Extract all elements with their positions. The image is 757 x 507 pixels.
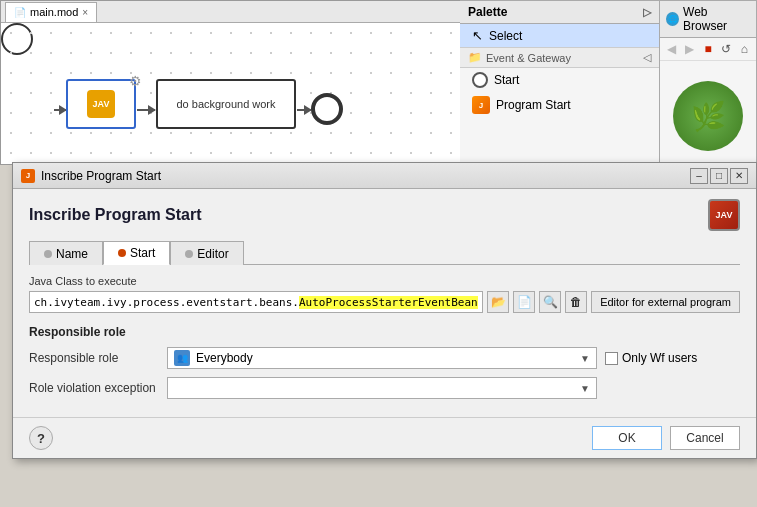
tab-close-btn[interactable]: × (82, 7, 88, 18)
responsible-role-dropdown[interactable]: 👥 Everybody ▼ (167, 347, 597, 369)
arrow-1 (54, 109, 66, 111)
wb-stop-btn[interactable]: ■ (700, 41, 715, 57)
section-collapse-icon: ◁ (643, 51, 651, 64)
dialog-title-text: Inscribe Program Start (41, 169, 161, 183)
palette-select-label: Select (489, 29, 522, 43)
wb-home-btn[interactable]: ⌂ (737, 41, 752, 57)
dialog-heading: Inscribe Program Start JAV (29, 199, 740, 231)
dialog-footer: ? OK Cancel (13, 417, 756, 458)
java-class-input[interactable]: ch.ivyteam.ivy.process.eventstart.beans.… (29, 291, 483, 313)
gear-icon: ⚙ (129, 73, 142, 89)
cancel-button[interactable]: Cancel (670, 426, 740, 450)
start-circle-icon (472, 72, 488, 88)
arrow-2 (137, 109, 155, 111)
cursor-icon: ↖ (472, 28, 483, 43)
help-button[interactable]: ? (29, 426, 53, 450)
everybody-icon: 👥 (174, 350, 190, 366)
only-wf-users-checkbox[interactable] (605, 352, 618, 365)
responsible-section-title: Responsible role (29, 325, 740, 339)
dialog-body: Inscribe Program Start JAV Name Start Ed… (13, 189, 756, 417)
dialog-title-left: J Inscribe Program Start (21, 169, 161, 183)
only-wf-label: Only Wf users (622, 351, 697, 365)
wb-refresh-btn[interactable]: ↺ (719, 41, 734, 57)
task-node[interactable]: JAV ⚙ (66, 79, 136, 129)
java-new-btn[interactable]: 📄 (513, 291, 535, 313)
palette-section-label: Event & Gateway (486, 52, 571, 64)
role-violation-dropdown-arrow: ▼ (580, 383, 590, 394)
tab-start-label: Start (130, 246, 155, 260)
role-violation-dropdown[interactable]: ▼ (167, 377, 597, 399)
section-folder-icon: 📁 (468, 51, 482, 64)
palette-start-label: Start (494, 73, 519, 87)
palette-panel: Palette ▷ ↖ Select 📁 Event & Gateway ◁ S… (460, 0, 660, 165)
wb-toolbar: ◀ ▶ ■ ↺ ⌂ (660, 38, 756, 61)
task-icon: JAV (87, 90, 115, 118)
main-tab[interactable]: 📄 main.mod × (5, 2, 97, 22)
program-start-icon: J (472, 96, 490, 114)
wb-content: 🌿 (660, 61, 756, 171)
wb-header: 🌐 Web Browser (660, 1, 756, 38)
dialog-close-btn[interactable]: ✕ (730, 168, 748, 184)
wb-title: Web Browser (683, 5, 750, 33)
java-delete-btn[interactable]: 🗑 (565, 291, 587, 313)
tab-name-dot (44, 250, 52, 258)
tab-editor-label: Editor (197, 247, 228, 261)
role-violation-row: Role violation exception ▼ (29, 377, 740, 399)
role-violation-label: Role violation exception (29, 381, 159, 395)
work-task[interactable]: do background work (156, 79, 296, 129)
responsible-role-label: Responsible role (29, 351, 159, 365)
tab-start[interactable]: Start (103, 241, 170, 265)
palette-start-item[interactable]: Start (460, 68, 659, 92)
leaf-logo: 🌿 (673, 81, 743, 151)
main-tab-label: main.mod (30, 6, 78, 18)
responsible-role-value: Everybody (196, 351, 253, 365)
palette-section-event-gateway[interactable]: 📁 Event & Gateway ◁ (460, 47, 659, 68)
tab-name[interactable]: Name (29, 241, 103, 265)
start-event-node[interactable] (1, 23, 33, 55)
end-event-node[interactable] (311, 93, 343, 125)
palette-collapse-btn[interactable]: ▷ (643, 6, 651, 19)
java-class-highlight: AutoProcessStarterEventBean (299, 296, 478, 309)
tab-name-label: Name (56, 247, 88, 261)
ok-button[interactable]: OK (592, 426, 662, 450)
work-task-label: do background work (174, 96, 277, 112)
java-class-prefix: ch.ivyteam.ivy.process.eventstart.beans. (34, 296, 299, 309)
dialog-minimize-btn[interactable]: – (690, 168, 708, 184)
dialog-maximize-btn[interactable]: □ (710, 168, 728, 184)
dialog-titlebar: J Inscribe Program Start – □ ✕ (13, 163, 756, 189)
editor-external-btn[interactable]: Editor for external program (591, 291, 740, 313)
dialog-heading-text: Inscribe Program Start (29, 206, 202, 224)
web-browser-panel: 🌐 Web Browser ◀ ▶ ■ ↺ ⌂ 🌿 (660, 0, 757, 165)
java-browse-btn[interactable]: 📂 (487, 291, 509, 313)
java-open-btn[interactable]: 🔍 (539, 291, 561, 313)
dialog-icon: J (21, 169, 35, 183)
java-class-row: ch.ivyteam.ivy.process.eventstart.beans.… (29, 291, 740, 313)
palette-select-item[interactable]: ↖ Select (460, 24, 659, 47)
dialog-inscribe-program-start: J Inscribe Program Start – □ ✕ Inscribe … (12, 162, 757, 459)
tab-icon: 📄 (14, 7, 26, 18)
dialog-tab-row: Name Start Editor (29, 241, 740, 265)
tab-start-dot (118, 249, 126, 257)
globe-icon: 🌐 (666, 12, 679, 26)
palette-program-start-label: Program Start (496, 98, 571, 112)
arrow-3 (297, 109, 311, 111)
dropdown-arrow-icon: ▼ (580, 353, 590, 364)
only-wf-users-row: Only Wf users (605, 351, 697, 365)
java-class-section-label: Java Class to execute (29, 275, 740, 287)
java-badge-icon: JAV (708, 199, 740, 231)
wb-forward-btn[interactable]: ▶ (682, 41, 697, 57)
palette-title: Palette (468, 5, 507, 19)
palette-header: Palette ▷ (460, 1, 659, 24)
wb-back-btn[interactable]: ◀ (664, 41, 679, 57)
tab-editor-dot (185, 250, 193, 258)
footer-buttons: OK Cancel (592, 426, 740, 450)
responsible-role-row: Responsible role 👥 Everybody ▼ Only Wf u… (29, 347, 740, 369)
tab-editor[interactable]: Editor (170, 241, 243, 265)
palette-program-start-item[interactable]: J Program Start (460, 92, 659, 118)
dialog-controls: – □ ✕ (690, 168, 748, 184)
